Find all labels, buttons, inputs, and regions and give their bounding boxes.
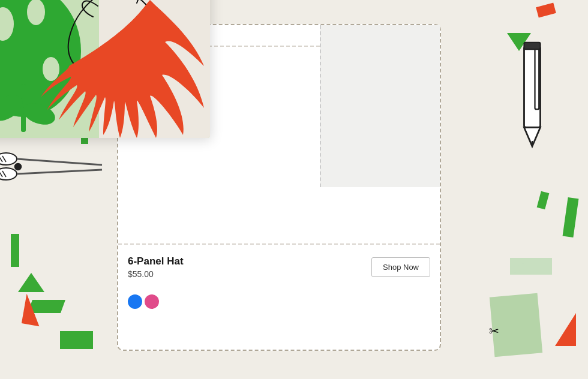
green-tri-bottom-left <box>18 273 44 292</box>
svg-point-22 <box>43 57 59 81</box>
orange-tri-bottom-left <box>22 294 44 326</box>
reaction-like <box>128 294 142 309</box>
reaction-dots <box>118 287 440 317</box>
green-rect-left <box>11 234 19 267</box>
orange-rect-top-right <box>536 2 556 17</box>
plant-illustration <box>0 0 210 138</box>
shop-now-button[interactable]: Shop Now <box>371 257 430 277</box>
svg-line-1 <box>17 159 102 165</box>
svg-line-3 <box>17 170 102 174</box>
product-section: 6-Panel Hat $55.00 Shop Now <box>118 243 440 287</box>
floating-image-card <box>0 0 210 138</box>
confetti-4 <box>537 191 550 210</box>
reaction-love <box>145 294 159 309</box>
scissor-tool-left <box>0 147 108 189</box>
pen-tool-right <box>505 33 559 155</box>
orange-tri-bottom-right <box>555 313 576 346</box>
svg-rect-14 <box>524 43 541 49</box>
product-price: $55.00 <box>128 269 184 279</box>
svg-point-4 <box>15 164 21 170</box>
product-info: 6-Panel Hat $55.00 <box>128 255 184 279</box>
green-rect-right <box>563 197 579 237</box>
svg-point-2 <box>0 168 17 180</box>
svg-point-20 <box>27 0 45 25</box>
green-para-bottom-left <box>28 300 65 313</box>
scissors-icon-bottom: ✂ <box>489 324 499 338</box>
svg-rect-12 <box>535 45 539 109</box>
svg-point-0 <box>0 153 17 165</box>
product-name: 6-Panel Hat <box>128 255 184 267</box>
confetti-3 <box>512 263 526 273</box>
green-rect-bottom-left <box>60 331 93 349</box>
ad-image-right <box>320 25 440 187</box>
